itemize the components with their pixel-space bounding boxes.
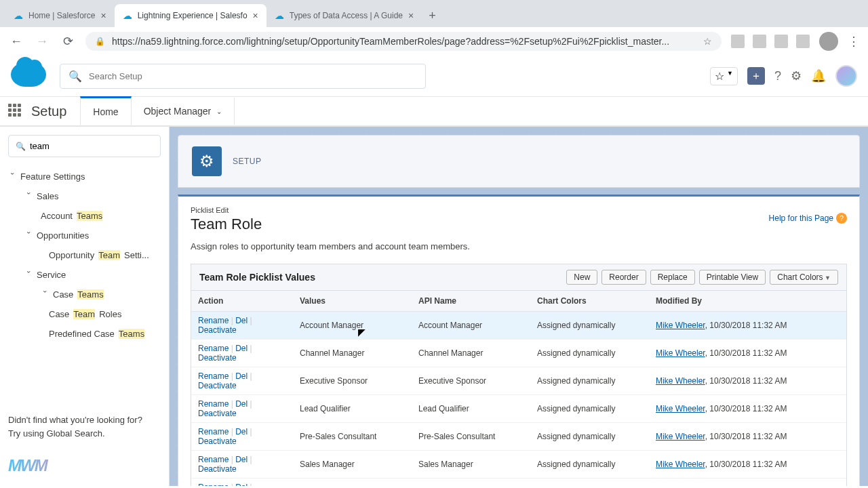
tree-label: Opportunities <box>37 230 89 241</box>
main-panel: Picklist Edit Team Role Help for this Pa… <box>178 195 860 486</box>
address-bar: ← → ⟳ 🔒 https://na59.lightning.force.com… <box>0 27 868 56</box>
tree-feature-settings[interactable]: ›Feature Settings <box>8 167 161 186</box>
tree-opportunities[interactable]: ›Opportunities <box>8 226 161 245</box>
del-link[interactable]: Del <box>235 344 248 353</box>
quick-find-input[interactable] <box>30 141 153 151</box>
bell-icon[interactable]: 🔔 <box>811 68 826 83</box>
browser-tab-active[interactable]: ☁ Lightning Experience | Salesfo × <box>115 4 267 27</box>
rename-link[interactable]: Rename <box>198 399 229 409</box>
rename-link[interactable]: Rename <box>198 344 229 353</box>
user-link[interactable]: Mike Wheeler <box>656 460 705 469</box>
search-box[interactable]: 🔍 <box>60 64 426 89</box>
quick-find[interactable]: 🔍 <box>8 135 161 157</box>
favorites-button[interactable]: ☆▼ <box>710 67 738 85</box>
section-header: Team Role Picklist Values New Reorder Re… <box>191 264 846 291</box>
footer-text: Try using Global Search. <box>8 427 161 441</box>
table-row: Rename | Del | DeactivateAccount Manager… <box>191 312 846 340</box>
content: ⚙ SETUP Picklist Edit Team Role Help for… <box>170 127 868 486</box>
chart-colors-button[interactable]: Chart Colors <box>770 270 838 285</box>
user-link[interactable]: Mike Wheeler <box>656 348 705 358</box>
del-link[interactable]: Del <box>235 427 248 436</box>
chevron-icon: › <box>25 232 33 240</box>
extension-icon[interactable] <box>774 35 788 48</box>
breadcrumb: Picklist Edit <box>191 206 847 214</box>
browser-tab[interactable]: ☁ Home | Salesforce × <box>5 4 115 27</box>
menu-icon[interactable]: ⋮ <box>848 34 860 49</box>
tree-case-teams[interactable]: ›Case Teams <box>8 285 161 304</box>
browser-tab[interactable]: ☁ Types of Data Access | A Guide × <box>267 4 422 27</box>
search-input[interactable] <box>89 71 417 81</box>
sidebar: 🔍 ›Feature Settings ›Sales Account Teams… <box>0 127 170 486</box>
user-avatar[interactable] <box>835 65 857 87</box>
rename-link[interactable]: Rename <box>198 371 229 381</box>
salesforce-icon: ☁ <box>123 10 132 21</box>
extension-icon[interactable] <box>753 35 766 48</box>
tree-account-teams[interactable]: Account Teams <box>8 206 161 226</box>
del-link[interactable]: Del <box>235 483 248 486</box>
tree-opportunity-team-settings[interactable]: Opportunity Team Setti... <box>8 245 161 265</box>
tab-label: Object Manager <box>144 106 212 117</box>
tab-title: Home | Salesforce <box>28 11 96 20</box>
deactivate-link[interactable]: Deactivate <box>198 381 237 390</box>
gear-icon[interactable]: ⚙ <box>791 68 802 83</box>
close-icon[interactable]: × <box>101 10 106 21</box>
close-icon[interactable]: × <box>408 10 414 21</box>
profile-avatar[interactable] <box>819 32 838 51</box>
tree-sales[interactable]: ›Sales <box>8 186 161 206</box>
del-link[interactable]: Del <box>235 399 248 409</box>
url-input[interactable]: 🔒 https://na59.lightning.force.com/light… <box>85 32 722 51</box>
tab-object-manager[interactable]: Object Manager ⌄ <box>132 98 235 125</box>
table-row: Rename | Del | DeactivateSales RepSales … <box>191 479 846 487</box>
tree-service[interactable]: ›Service <box>8 265 161 285</box>
highlight: Teams <box>77 211 102 221</box>
help-link[interactable]: Help for this Page ? <box>769 213 847 224</box>
help-icon[interactable]: ? <box>774 69 781 83</box>
del-link[interactable]: Del <box>235 371 248 381</box>
deactivate-link[interactable]: Deactivate <box>198 436 237 446</box>
rename-link[interactable]: Rename <box>198 427 229 436</box>
deactivate-link[interactable]: Deactivate <box>198 325 237 335</box>
deactivate-link[interactable]: Deactivate <box>198 464 237 474</box>
global-search: 🔍 <box>60 64 426 89</box>
chevron-icon: › <box>41 291 49 299</box>
app-launcher-icon[interactable] <box>8 104 23 119</box>
search-icon: 🔍 <box>16 142 26 151</box>
back-button[interactable]: ← <box>8 35 24 49</box>
user-link[interactable]: Mike Wheeler <box>656 376 705 386</box>
tab-home[interactable]: Home <box>80 96 131 125</box>
deactivate-link[interactable]: Deactivate <box>198 353 237 363</box>
new-tab-button[interactable]: + <box>422 5 443 27</box>
del-link[interactable]: Del <box>235 455 248 464</box>
browser-chrome: ☁ Home | Salesforce × ☁ Lightning Experi… <box>0 0 868 56</box>
extension-icon[interactable] <box>796 35 810 48</box>
reload-button[interactable]: ⟳ <box>60 34 76 49</box>
forward-button[interactable]: → <box>34 35 50 49</box>
setup-nav: Setup Home Object Manager ⌄ <box>0 97 868 127</box>
replace-button[interactable]: Replace <box>650 270 695 285</box>
tree-case-team-roles[interactable]: Case Team Roles <box>8 304 161 324</box>
cell-value: Account Manager <box>293 312 412 340</box>
add-button[interactable]: ＋ <box>747 67 765 85</box>
rename-link[interactable]: Rename <box>198 483 229 486</box>
bookmark-icon[interactable]: ☆ <box>703 36 712 47</box>
cell-api: Sales Rep <box>412 479 530 487</box>
user-link[interactable]: Mike Wheeler <box>656 404 705 413</box>
salesforce-logo[interactable] <box>11 62 49 89</box>
tree-predefined-case-teams[interactable]: Predefined Case Teams <box>8 324 161 344</box>
extension-icon[interactable] <box>731 35 745 48</box>
cell-modified: Mike Wheeler, 10/30/2018 11:32 AM <box>649 312 846 340</box>
close-icon[interactable]: × <box>253 10 258 21</box>
rename-link[interactable]: Rename <box>198 316 229 325</box>
user-link[interactable]: Mike Wheeler <box>656 432 705 441</box>
new-button[interactable]: New <box>566 270 597 285</box>
user-link[interactable]: Mike Wheeler <box>656 321 705 330</box>
printable-view-button[interactable]: Printable View <box>699 270 766 285</box>
col-chart: Chart Colors <box>530 291 649 312</box>
lock-icon: 🔒 <box>95 37 105 46</box>
del-link[interactable]: Del <box>235 316 248 325</box>
cell-chart: Assigned dynamically <box>530 367 649 395</box>
reorder-button[interactable]: Reorder <box>601 270 646 285</box>
rename-link[interactable]: Rename <box>198 455 229 464</box>
deactivate-link[interactable]: Deactivate <box>198 409 237 418</box>
tree-label: Predefined Case <box>49 329 115 339</box>
